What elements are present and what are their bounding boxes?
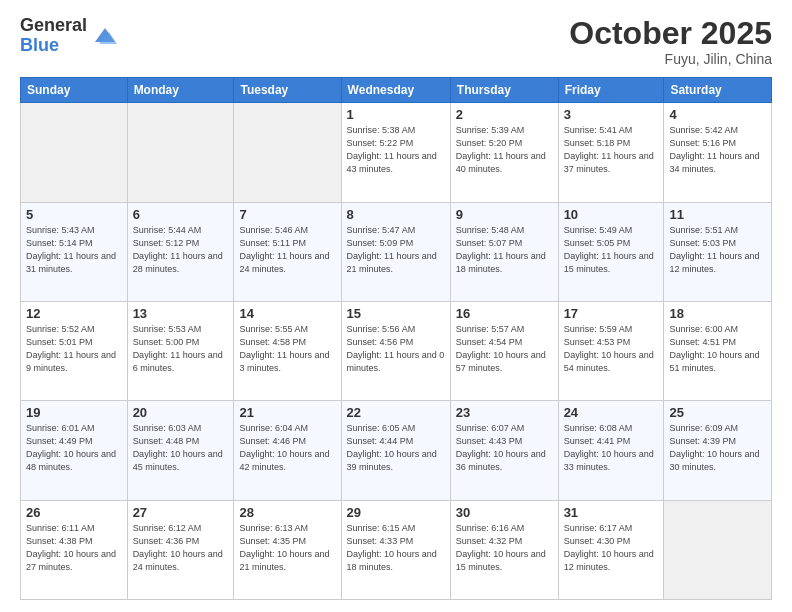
day-number: 14 [239,306,335,321]
day-info: Sunrise: 5:46 AMSunset: 5:11 PMDaylight:… [239,225,329,274]
calendar-cell: 13Sunrise: 5:53 AMSunset: 5:00 PMDayligh… [127,301,234,400]
calendar-cell: 29Sunrise: 6:15 AMSunset: 4:33 PMDayligh… [341,500,450,599]
day-number: 20 [133,405,229,420]
col-monday: Monday [127,78,234,103]
logo: General Blue [20,16,119,56]
col-tuesday: Tuesday [234,78,341,103]
day-number: 19 [26,405,122,420]
day-number: 17 [564,306,659,321]
day-info: Sunrise: 5:55 AMSunset: 4:58 PMDaylight:… [239,324,329,373]
header: General Blue October 2025 Fuyu, Jilin, C… [20,16,772,67]
calendar-cell: 31Sunrise: 6:17 AMSunset: 4:30 PMDayligh… [558,500,664,599]
calendar-cell: 5Sunrise: 5:43 AMSunset: 5:14 PMDaylight… [21,202,128,301]
day-info: Sunrise: 5:41 AMSunset: 5:18 PMDaylight:… [564,125,654,174]
day-number: 12 [26,306,122,321]
day-info: Sunrise: 6:12 AMSunset: 4:36 PMDaylight:… [133,523,223,572]
calendar-cell: 28Sunrise: 6:13 AMSunset: 4:35 PMDayligh… [234,500,341,599]
day-info: Sunrise: 5:38 AMSunset: 5:22 PMDaylight:… [347,125,437,174]
calendar-cell: 22Sunrise: 6:05 AMSunset: 4:44 PMDayligh… [341,401,450,500]
day-info: Sunrise: 6:11 AMSunset: 4:38 PMDaylight:… [26,523,116,572]
day-info: Sunrise: 5:48 AMSunset: 5:07 PMDaylight:… [456,225,546,274]
calendar-week-1: 5Sunrise: 5:43 AMSunset: 5:14 PMDaylight… [21,202,772,301]
title-block: October 2025 Fuyu, Jilin, China [569,16,772,67]
day-info: Sunrise: 6:15 AMSunset: 4:33 PMDaylight:… [347,523,437,572]
col-saturday: Saturday [664,78,772,103]
day-number: 3 [564,107,659,122]
col-sunday: Sunday [21,78,128,103]
calendar-cell: 1Sunrise: 5:38 AMSunset: 5:22 PMDaylight… [341,103,450,202]
day-number: 18 [669,306,766,321]
calendar-week-0: 1Sunrise: 5:38 AMSunset: 5:22 PMDaylight… [21,103,772,202]
calendar-cell: 12Sunrise: 5:52 AMSunset: 5:01 PMDayligh… [21,301,128,400]
calendar-cell: 23Sunrise: 6:07 AMSunset: 4:43 PMDayligh… [450,401,558,500]
calendar-cell: 17Sunrise: 5:59 AMSunset: 4:53 PMDayligh… [558,301,664,400]
calendar-table: Sunday Monday Tuesday Wednesday Thursday… [20,77,772,600]
day-number: 5 [26,207,122,222]
calendar-cell: 21Sunrise: 6:04 AMSunset: 4:46 PMDayligh… [234,401,341,500]
col-wednesday: Wednesday [341,78,450,103]
day-number: 1 [347,107,445,122]
day-info: Sunrise: 5:52 AMSunset: 5:01 PMDaylight:… [26,324,116,373]
calendar-cell: 4Sunrise: 5:42 AMSunset: 5:16 PMDaylight… [664,103,772,202]
day-number: 28 [239,505,335,520]
calendar-cell: 27Sunrise: 6:12 AMSunset: 4:36 PMDayligh… [127,500,234,599]
calendar-week-4: 26Sunrise: 6:11 AMSunset: 4:38 PMDayligh… [21,500,772,599]
calendar-cell [664,500,772,599]
day-info: Sunrise: 6:17 AMSunset: 4:30 PMDaylight:… [564,523,654,572]
day-info: Sunrise: 5:59 AMSunset: 4:53 PMDaylight:… [564,324,654,373]
day-info: Sunrise: 6:01 AMSunset: 4:49 PMDaylight:… [26,423,116,472]
day-info: Sunrise: 5:44 AMSunset: 5:12 PMDaylight:… [133,225,223,274]
calendar-cell: 10Sunrise: 5:49 AMSunset: 5:05 PMDayligh… [558,202,664,301]
calendar-week-2: 12Sunrise: 5:52 AMSunset: 5:01 PMDayligh… [21,301,772,400]
day-info: Sunrise: 5:39 AMSunset: 5:20 PMDaylight:… [456,125,546,174]
day-info: Sunrise: 6:03 AMSunset: 4:48 PMDaylight:… [133,423,223,472]
day-number: 25 [669,405,766,420]
day-number: 31 [564,505,659,520]
calendar-cell: 7Sunrise: 5:46 AMSunset: 5:11 PMDaylight… [234,202,341,301]
logo-blue: Blue [20,36,87,56]
calendar-cell: 2Sunrise: 5:39 AMSunset: 5:20 PMDaylight… [450,103,558,202]
calendar-cell [234,103,341,202]
day-info: Sunrise: 5:57 AMSunset: 4:54 PMDaylight:… [456,324,546,373]
month-title: October 2025 [569,16,772,51]
col-friday: Friday [558,78,664,103]
day-number: 29 [347,505,445,520]
calendar-page: General Blue October 2025 Fuyu, Jilin, C… [0,0,792,612]
day-info: Sunrise: 6:07 AMSunset: 4:43 PMDaylight:… [456,423,546,472]
calendar-cell: 3Sunrise: 5:41 AMSunset: 5:18 PMDaylight… [558,103,664,202]
day-info: Sunrise: 6:04 AMSunset: 4:46 PMDaylight:… [239,423,329,472]
logo-general: General [20,16,87,36]
calendar-cell: 14Sunrise: 5:55 AMSunset: 4:58 PMDayligh… [234,301,341,400]
day-info: Sunrise: 6:09 AMSunset: 4:39 PMDaylight:… [669,423,759,472]
logo-icon [91,22,119,50]
calendar-cell: 8Sunrise: 5:47 AMSunset: 5:09 PMDaylight… [341,202,450,301]
calendar-cell: 20Sunrise: 6:03 AMSunset: 4:48 PMDayligh… [127,401,234,500]
location: Fuyu, Jilin, China [569,51,772,67]
day-number: 30 [456,505,553,520]
calendar-cell [127,103,234,202]
day-number: 6 [133,207,229,222]
calendar-cell: 26Sunrise: 6:11 AMSunset: 4:38 PMDayligh… [21,500,128,599]
day-number: 11 [669,207,766,222]
calendar-cell: 6Sunrise: 5:44 AMSunset: 5:12 PMDaylight… [127,202,234,301]
calendar-cell: 24Sunrise: 6:08 AMSunset: 4:41 PMDayligh… [558,401,664,500]
day-info: Sunrise: 5:47 AMSunset: 5:09 PMDaylight:… [347,225,437,274]
day-number: 7 [239,207,335,222]
calendar-cell: 15Sunrise: 5:56 AMSunset: 4:56 PMDayligh… [341,301,450,400]
day-number: 16 [456,306,553,321]
day-info: Sunrise: 5:53 AMSunset: 5:00 PMDaylight:… [133,324,223,373]
calendar-cell: 30Sunrise: 6:16 AMSunset: 4:32 PMDayligh… [450,500,558,599]
day-info: Sunrise: 5:49 AMSunset: 5:05 PMDaylight:… [564,225,654,274]
day-number: 9 [456,207,553,222]
calendar-cell: 9Sunrise: 5:48 AMSunset: 5:07 PMDaylight… [450,202,558,301]
day-info: Sunrise: 5:42 AMSunset: 5:16 PMDaylight:… [669,125,759,174]
day-info: Sunrise: 6:05 AMSunset: 4:44 PMDaylight:… [347,423,437,472]
day-info: Sunrise: 5:51 AMSunset: 5:03 PMDaylight:… [669,225,759,274]
calendar-cell: 18Sunrise: 6:00 AMSunset: 4:51 PMDayligh… [664,301,772,400]
day-info: Sunrise: 5:43 AMSunset: 5:14 PMDaylight:… [26,225,116,274]
calendar-cell [21,103,128,202]
day-info: Sunrise: 6:16 AMSunset: 4:32 PMDaylight:… [456,523,546,572]
day-number: 4 [669,107,766,122]
day-number: 10 [564,207,659,222]
calendar-cell: 25Sunrise: 6:09 AMSunset: 4:39 PMDayligh… [664,401,772,500]
